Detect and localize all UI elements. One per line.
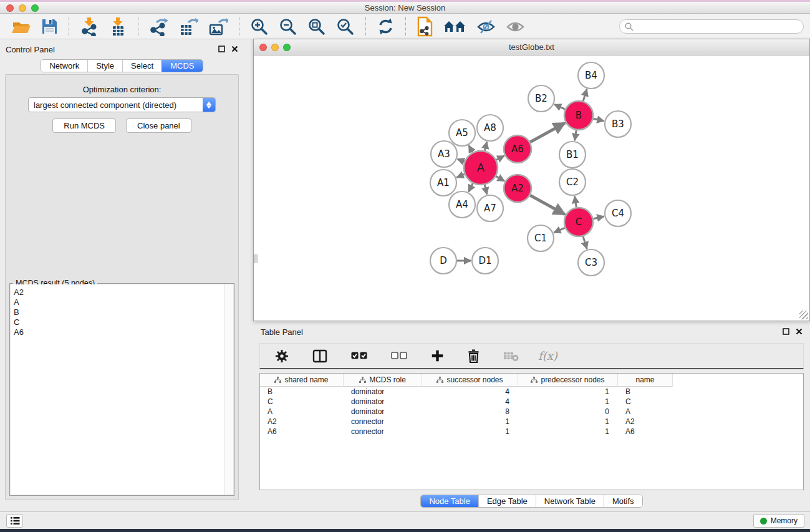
- open-session-button[interactable]: [9, 17, 34, 37]
- table-settings-button[interactable]: [272, 348, 291, 364]
- table-cell[interactable]: 0: [518, 407, 618, 416]
- result-list-scrollbar[interactable]: [224, 284, 233, 495]
- graph-node-B1[interactable]: B1: [559, 142, 586, 168]
- deselect-all-button[interactable]: [388, 351, 410, 361]
- graph-edge-C-C4[interactable]: [593, 216, 604, 219]
- table-row[interactable]: A2connector11A2: [260, 417, 803, 427]
- network-window-titlebar[interactable]: testGlobe.txt: [254, 39, 809, 56]
- table-cell[interactable]: A6: [260, 427, 344, 436]
- select-all-button[interactable]: [349, 351, 370, 361]
- graph-node-B[interactable]: B: [564, 101, 593, 130]
- table-cell[interactable]: 1: [518, 397, 618, 406]
- mcds-result-item[interactable]: B: [14, 307, 224, 317]
- new-network-from-selection-button[interactable]: [414, 15, 436, 38]
- table-cell[interactable]: 1: [518, 427, 618, 436]
- column-header-MCDS-role[interactable]: MCDS role: [344, 374, 422, 387]
- table-cell[interactable]: A: [260, 407, 344, 416]
- close-panel-button[interactable]: Close panel: [126, 118, 191, 133]
- close-panel-icon[interactable]: [796, 328, 803, 335]
- home-button[interactable]: [441, 17, 469, 36]
- save-session-button[interactable]: [39, 17, 60, 36]
- table-cell[interactable]: 8: [422, 407, 518, 416]
- graph-node-C[interactable]: C: [564, 208, 593, 236]
- network-close-button[interactable]: [259, 44, 267, 51]
- column-header-shared-name[interactable]: shared name: [260, 374, 344, 387]
- graph-edge-B-B2[interactable]: [554, 104, 565, 109]
- graph-node-A[interactable]: A: [464, 151, 498, 185]
- column-header-successor-nodes[interactable]: successor nodes: [422, 374, 518, 387]
- mcds-result-item[interactable]: C: [14, 317, 224, 327]
- column-header-name[interactable]: name: [618, 374, 673, 387]
- zoom-selected-button[interactable]: [334, 16, 357, 37]
- table-row[interactable]: Adominator80A: [260, 407, 803, 417]
- add-column-button[interactable]: [428, 348, 446, 364]
- network-canvas[interactable]: B4B2BB3A8A5A6B1A3AC2A1A2A4A7C4CC1C3DD1: [254, 56, 809, 321]
- graph-node-D1[interactable]: D1: [472, 248, 498, 274]
- table-cell[interactable]: A2: [618, 417, 673, 426]
- tab-network[interactable]: Network: [41, 60, 87, 72]
- table-cell[interactable]: B: [260, 387, 344, 396]
- mcds-result-item[interactable]: A: [14, 297, 224, 307]
- function-builder-button[interactable]: f(x): [538, 349, 557, 362]
- zoom-window-button[interactable]: [31, 4, 39, 12]
- graph-node-A6[interactable]: A6: [504, 135, 531, 163]
- graph-node-C1[interactable]: C1: [528, 225, 554, 251]
- graph-edge-A-A6[interactable]: [496, 156, 504, 160]
- tab-style[interactable]: Style: [87, 60, 122, 72]
- table-row[interactable]: A6connector11A6: [260, 427, 803, 437]
- graph-node-B3[interactable]: B3: [605, 111, 631, 137]
- graph-edge-C-C1[interactable]: [554, 228, 565, 233]
- graph-node-A8[interactable]: A8: [477, 115, 503, 141]
- table-cell[interactable]: B: [618, 387, 673, 396]
- graph-node-A4[interactable]: A4: [449, 191, 475, 218]
- split-view-button[interactable]: [310, 348, 330, 364]
- network-zoom-button[interactable]: [283, 44, 291, 51]
- tab-node-table[interactable]: Node Table: [421, 495, 478, 507]
- graph-node-A1[interactable]: A1: [430, 170, 456, 196]
- window-resize-grip[interactable]: [799, 311, 808, 319]
- mcds-result-item[interactable]: A6: [14, 327, 224, 337]
- graph-edge-A-A1[interactable]: [456, 174, 465, 177]
- graph-node-B4[interactable]: B4: [578, 62, 604, 89]
- close-panel-icon[interactable]: [231, 46, 238, 52]
- show-graphics-details-button[interactable]: [503, 18, 528, 36]
- export-network-button[interactable]: [147, 16, 171, 37]
- zoom-in-button[interactable]: [248, 16, 271, 37]
- zoom-fit-button[interactable]: [305, 16, 329, 37]
- table-cell[interactable]: 1: [518, 387, 618, 396]
- table-cell[interactable]: dominator: [344, 397, 422, 406]
- tab-edge-table[interactable]: Edge Table: [478, 495, 536, 507]
- graph-edge-C-C3[interactable]: [583, 236, 587, 249]
- close-window-button[interactable]: [6, 4, 14, 12]
- float-panel-icon[interactable]: [218, 46, 225, 52]
- graph-edge-B-B3[interactable]: [593, 118, 604, 121]
- table-row[interactable]: Cdominator41C: [260, 397, 803, 407]
- tab-select[interactable]: Select: [122, 60, 162, 72]
- tab-motifs[interactable]: Motifs: [604, 495, 642, 507]
- delete-table-button[interactable]: [501, 349, 522, 364]
- search-input[interactable]: [637, 21, 803, 32]
- graph-edge-B-B1[interactable]: [575, 130, 577, 141]
- import-network-button[interactable]: [77, 16, 101, 37]
- task-history-button[interactable]: [6, 514, 23, 528]
- graph-edge-A-A8[interactable]: [485, 142, 486, 150]
- table-cell[interactable]: C: [618, 397, 673, 406]
- table-cell[interactable]: connector: [344, 417, 422, 426]
- memory-button[interactable]: Memory: [753, 514, 804, 528]
- graph-node-A3[interactable]: A3: [431, 141, 457, 167]
- apply-layout-button[interactable]: [374, 16, 397, 37]
- window-edge-grip[interactable]: [254, 254, 258, 263]
- graph-node-B2[interactable]: B2: [528, 85, 554, 112]
- graph-node-C3[interactable]: C3: [578, 249, 604, 276]
- table-cell[interactable]: 4: [422, 397, 518, 406]
- float-panel-icon[interactable]: [783, 328, 789, 335]
- table-cell[interactable]: C: [260, 397, 344, 406]
- import-table-button[interactable]: [106, 16, 130, 37]
- export-image-button[interactable]: [206, 16, 231, 37]
- graph-node-C4[interactable]: C4: [605, 200, 631, 226]
- graph-edge-A-A3[interactable]: [458, 159, 465, 162]
- network-minimize-button[interactable]: [271, 44, 279, 51]
- graph-node-A5[interactable]: A5: [449, 120, 475, 146]
- table-cell[interactable]: A: [618, 407, 673, 416]
- graph-edge-A-A5[interactable]: [469, 145, 473, 152]
